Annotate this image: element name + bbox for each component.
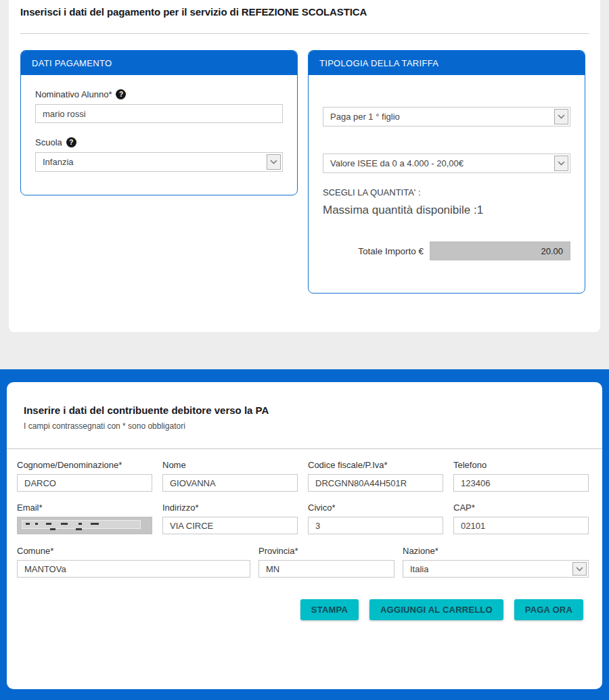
isee-select[interactable]: Valore ISEE da 0 a 4.000 - 20,00€ [323, 154, 570, 173]
cognome-input[interactable] [17, 474, 152, 492]
stampa-button[interactable]: STAMPA [300, 599, 359, 620]
email-redacted-text [50, 528, 91, 530]
nominativo-label: Nominativo Alunno* [35, 89, 112, 99]
required-fields-note: I campi contrassegnati con * sono obblig… [24, 421, 589, 431]
nazione-selected-value: Italia [410, 564, 428, 574]
email-redacted-text [26, 523, 114, 525]
comune-input[interactable] [17, 560, 250, 578]
debtor-row-1: Cognome/Denominazione* Nome Codice fisca… [17, 460, 589, 492]
scuola-label: Scuola [35, 137, 62, 147]
telefono-input[interactable] [453, 474, 589, 492]
totale-importo-label: Totale Importo € [358, 246, 424, 256]
nome-input[interactable] [162, 474, 298, 492]
email-field-redacted [17, 517, 152, 534]
nome-label: Nome [162, 460, 298, 470]
nazione-select[interactable]: Italia [403, 560, 589, 578]
cognome-label: Cognome/Denominazione* [17, 460, 152, 470]
cap-input[interactable] [453, 517, 589, 534]
debtor-blue-band: Inserire i dati del contribuente debitor… [0, 369, 609, 700]
debtor-card: Inserire i dati del contribuente debitor… [7, 382, 602, 689]
page-title: Inserisci i dati del pagamento per il se… [20, 6, 589, 18]
dati-pagamento-panel: DATI PAGAMENTO Nominativo Alunno* ? Scuo… [20, 50, 298, 195]
codice-fiscale-label: Codice fiscale/P.Iva* [308, 460, 443, 470]
totale-importo-row: Totale Importo € 20.00 [323, 241, 570, 260]
cognome-field-group: Cognome/Denominazione* [17, 460, 152, 492]
scuola-selected-value: Infanzia [43, 157, 74, 167]
scegli-quantita-label: SCEGLI LA QUANTITA' : [323, 187, 570, 197]
provincia-label: Provincia* [258, 546, 394, 556]
chevron-down-icon [554, 109, 568, 124]
debtor-divider [7, 448, 602, 449]
chevron-down-icon [267, 154, 281, 170]
cap-field-group: CAP* [453, 503, 589, 534]
comune-label: Comune* [17, 546, 250, 556]
figlio-selected-value: Paga per 1 ° figlio [330, 112, 400, 122]
scuola-select[interactable]: Infanzia [35, 152, 283, 172]
nominativo-label-row: Nominativo Alunno* ? [35, 89, 283, 99]
debtor-row-3: Comune* Provincia* Nazione* Italia [17, 546, 589, 578]
dati-pagamento-body: Nominativo Alunno* ? Scuola ? Infanzia [21, 89, 297, 172]
totale-importo-value: 20.00 [430, 241, 570, 260]
debtor-row-2: Email* Indirizzo* Civico* CAP* [17, 503, 589, 534]
indirizzo-field-group: Indirizzo* [162, 503, 298, 534]
help-icon[interactable]: ? [116, 89, 126, 99]
tipologia-tariffa-header: TIPOLOGIA DELLA TARIFFA [309, 51, 585, 75]
actions-row: STAMPA AGGIUNGI AL CARRELLO PAGA ORA [17, 599, 589, 620]
indirizzo-input[interactable] [162, 517, 298, 534]
aggiungi-al-carrello-button[interactable]: AGGIUNGI AL CARRELLO [369, 599, 503, 620]
civico-label: Civico* [308, 503, 443, 513]
payment-top-card: Inserisci i dati del pagamento per il se… [9, 0, 600, 332]
panels-row: DATI PAGAMENTO Nominativo Alunno* ? Scuo… [20, 50, 589, 294]
email-field-group: Email* [17, 503, 152, 534]
scuola-label-row: Scuola ? [35, 137, 283, 147]
title-divider [20, 33, 589, 34]
comune-field-group: Comune* [17, 546, 250, 578]
chevron-down-icon [554, 156, 568, 171]
provincia-input[interactable] [258, 560, 394, 578]
tipologia-tariffa-panel: TIPOLOGIA DELLA TARIFFA Paga per 1 ° fig… [308, 50, 585, 294]
telefono-label: Telefono [453, 460, 589, 470]
cap-label: CAP* [453, 503, 589, 513]
nazione-label: Nazione* [403, 546, 589, 556]
telefono-field-group: Telefono [453, 460, 589, 492]
tipologia-tariffa-body: Paga per 1 ° figlio Valore ISEE da 0 a 4… [309, 107, 585, 260]
figlio-select[interactable]: Paga per 1 ° figlio [323, 107, 570, 126]
help-icon[interactable]: ? [66, 137, 76, 147]
nominativo-input[interactable] [35, 104, 283, 123]
nome-field-group: Nome [162, 460, 298, 492]
provincia-field-group: Provincia* [258, 546, 394, 578]
nazione-field-group: Nazione* Italia [403, 546, 589, 578]
debtor-heading: Inserire i dati del contribuente debitor… [24, 382, 589, 416]
chevron-down-icon [572, 562, 587, 576]
codice-fiscale-field-group: Codice fiscale/P.Iva* [308, 460, 443, 492]
civico-field-group: Civico* [308, 503, 443, 534]
massima-quantita-text: Massima quantità disponibile :1 [323, 204, 570, 217]
indirizzo-label: Indirizzo* [162, 503, 298, 513]
codice-fiscale-input[interactable] [308, 474, 443, 492]
civico-input[interactable] [308, 517, 443, 534]
email-label: Email* [17, 503, 152, 513]
isee-selected-value: Valore ISEE da 0 a 4.000 - 20,00€ [330, 158, 464, 168]
dati-pagamento-header: DATI PAGAMENTO [21, 51, 297, 75]
paga-ora-button[interactable]: PAGA ORA [514, 599, 583, 620]
